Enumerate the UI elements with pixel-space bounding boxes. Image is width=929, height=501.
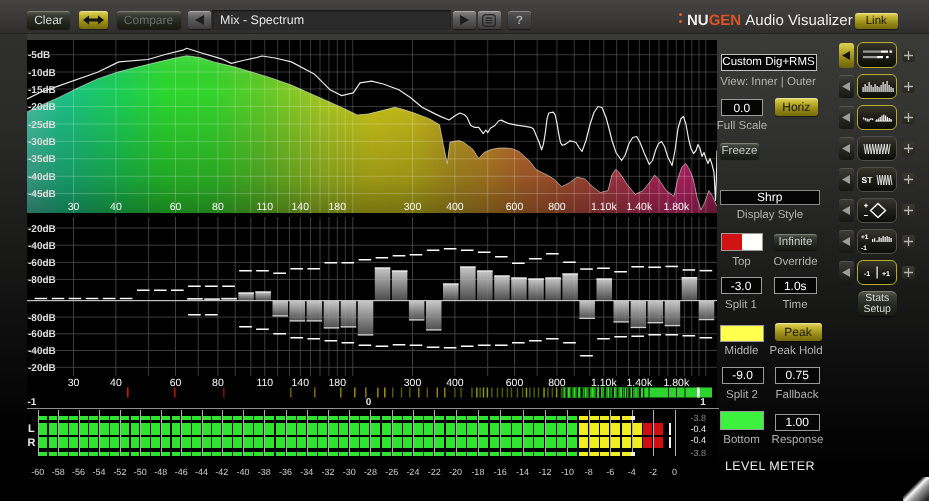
svg-text:-1: -1 bbox=[864, 270, 870, 277]
svg-text:180: 180 bbox=[329, 377, 347, 389]
svg-text:30: 30 bbox=[68, 200, 80, 212]
svg-text:800: 800 bbox=[548, 200, 566, 212]
svg-text:1.10k: 1.10k bbox=[591, 200, 617, 212]
svg-text:-20dB: -20dB bbox=[28, 102, 56, 113]
svg-text:180: 180 bbox=[329, 200, 347, 212]
svg-text:1.80k: 1.80k bbox=[663, 377, 689, 389]
svg-text:80: 80 bbox=[212, 200, 224, 212]
svg-text:-15dB: -15dB bbox=[28, 84, 56, 95]
svg-text:300: 300 bbox=[404, 377, 422, 389]
svg-text:80: 80 bbox=[212, 377, 224, 389]
svg-text:ST: ST bbox=[861, 175, 873, 185]
svg-text:-60dB: -60dB bbox=[28, 258, 56, 269]
svg-text:-80dB: -80dB bbox=[28, 275, 56, 286]
svg-text:-60dB: -60dB bbox=[28, 329, 56, 340]
svg-text:110: 110 bbox=[256, 377, 273, 389]
svg-text:-40dB: -40dB bbox=[28, 171, 56, 182]
svg-text:-1: -1 bbox=[861, 245, 867, 252]
svg-text:-10dB: -10dB bbox=[28, 67, 56, 78]
svg-text:300: 300 bbox=[404, 200, 422, 212]
svg-text:-40dB: -40dB bbox=[28, 346, 56, 357]
svg-text:-30dB: -30dB bbox=[28, 136, 56, 147]
svg-text:1.40k: 1.40k bbox=[626, 200, 652, 212]
svg-text:-5dB: -5dB bbox=[28, 50, 50, 61]
svg-text:800: 800 bbox=[548, 377, 566, 389]
svg-text:-35dB: -35dB bbox=[28, 154, 56, 165]
svg-text:+1: +1 bbox=[861, 234, 869, 241]
svg-text:60: 60 bbox=[170, 377, 182, 389]
svg-text:-20dB: -20dB bbox=[28, 224, 56, 235]
svg-text:+1: +1 bbox=[882, 270, 890, 277]
svg-text:600: 600 bbox=[506, 377, 524, 389]
svg-text:1.10k: 1.10k bbox=[591, 377, 617, 389]
svg-text:-80dB: -80dB bbox=[28, 313, 56, 324]
svg-text:60: 60 bbox=[170, 200, 182, 212]
svg-text:600: 600 bbox=[506, 200, 524, 212]
svg-text:-40dB: -40dB bbox=[28, 241, 56, 252]
svg-text:-45dB: -45dB bbox=[28, 189, 56, 200]
svg-text:1.80k: 1.80k bbox=[663, 200, 689, 212]
svg-text:40: 40 bbox=[110, 200, 122, 212]
svg-text:140: 140 bbox=[292, 377, 310, 389]
svg-text:-20dB: -20dB bbox=[28, 363, 56, 374]
svg-text:30: 30 bbox=[68, 377, 80, 389]
svg-text:110: 110 bbox=[256, 200, 273, 212]
svg-text:400: 400 bbox=[446, 377, 464, 389]
svg-text:140: 140 bbox=[292, 200, 310, 212]
svg-text:400: 400 bbox=[446, 200, 464, 212]
svg-text:40: 40 bbox=[110, 377, 122, 389]
svg-text:1.40k: 1.40k bbox=[626, 377, 652, 389]
svg-text:-25dB: -25dB bbox=[28, 119, 56, 130]
